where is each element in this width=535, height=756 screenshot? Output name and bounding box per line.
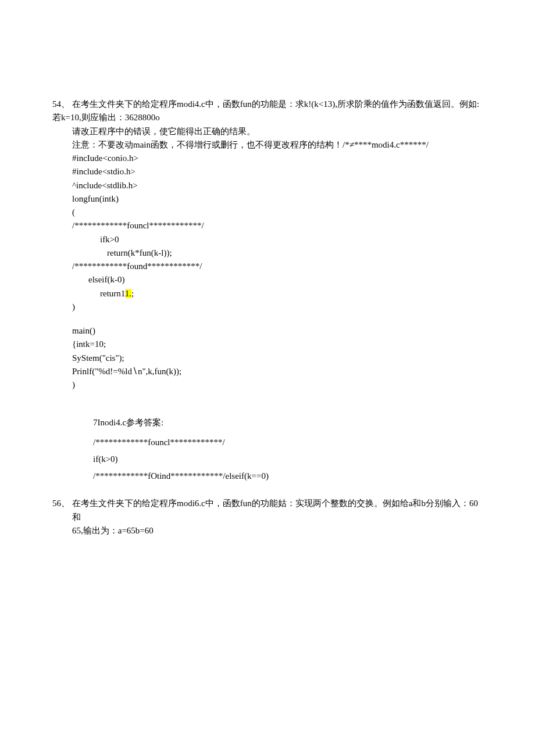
code-text: ; <box>131 289 134 298</box>
code-line: ( <box>52 206 483 219</box>
code-line: {intk=10; <box>52 338 483 351</box>
code-line: longfun(intk) <box>52 192 483 206</box>
question-text-line2: 65,输出为：a=65b=60 <box>72 524 483 538</box>
answer-block: 7Inodi4.c参考答案: /************founcl******… <box>52 416 483 483</box>
code-line: #incIude<conio.h> <box>52 152 483 165</box>
code-line: ) <box>52 378 483 392</box>
question-text-line2: 若k=10,则应输出：3628800o <box>52 111 483 124</box>
question-56: 56、 在考生文件夹下的给定程序modi6.c中，函数fun的功能姑：实现两个整… <box>52 497 483 538</box>
code-line: ^include<stdlib.h> <box>52 179 483 192</box>
question-number: 56、 <box>52 497 72 538</box>
code-line: #include<stdio.h> <box>52 165 483 178</box>
spacer <box>52 314 483 324</box>
code-line: Prinlf("%d!=%ld∖n",k,fun(k)); <box>52 365 483 378</box>
code-line-highlighted: return11.; <box>52 287 483 300</box>
answer-line: /************founcl************/ <box>93 436 483 449</box>
code-line: /************found************/ <box>52 260 483 273</box>
question-text-line1: 在考生文件夹下的给定程序modi6.c中，函数fun的功能姑：实现两个整数的交换… <box>72 497 483 524</box>
code-line: ifk>0 <box>52 233 483 246</box>
code-line: return(k*fun(k-l)); <box>52 246 483 260</box>
answer-line: /************fOtind************/elseif(k… <box>93 470 483 483</box>
question-54-header: 54、 在考生文件夹下的给定程序modi4.c中，函数fun的功能是：求k!(k… <box>52 98 483 111</box>
answer-title: 7Inodi4.c参考答案: <box>93 416 483 429</box>
code-line: elseif(k-0) <box>52 273 483 286</box>
document-page: 54、 在考生文件夹下的给定程序modi4.c中，函数fun的功能是：求k!(k… <box>0 0 535 538</box>
code-line: ) <box>52 300 483 314</box>
question-text-line4: 注意：不要改动main函数，不得增行或删行，也不得更改程序的结构！/*≠****… <box>52 138 483 152</box>
question-number: 54、 <box>52 98 72 111</box>
answer-line: if(k>0) <box>93 453 483 466</box>
question-56-body: 在考生文件夹下的给定程序modi6.c中，函数fun的功能姑：实现两个整数的交换… <box>72 497 483 538</box>
question-text-line1: 在考生文件夹下的给定程序modi4.c中，函数fun的功能是：求k!(k<13)… <box>72 98 483 111</box>
code-line: SyStem("cis"); <box>52 352 483 365</box>
code-line: /************founcl************/ <box>52 219 483 232</box>
code-text: return1 <box>100 289 125 298</box>
code-line: main() <box>52 324 483 338</box>
question-text-line3: 请改正程序中的错误，使它能得出正确的结果。 <box>52 125 483 138</box>
highlight-text: 1. <box>125 289 131 298</box>
